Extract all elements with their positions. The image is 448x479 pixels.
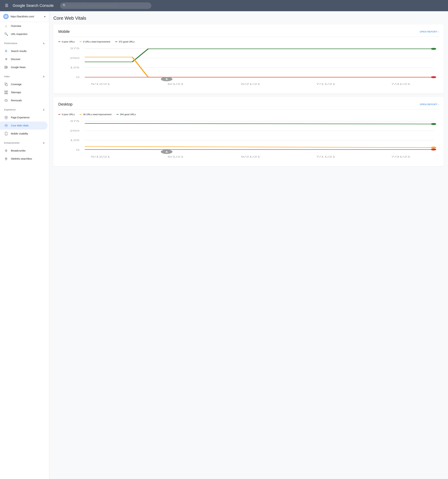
- url-search-wrapper: 🔍: [60, 2, 151, 9]
- svg-text:0: 0: [76, 149, 79, 151]
- svg-text:7/31/21: 7/31/21: [391, 83, 410, 85]
- sidebar-item-label-mobile-usability: Mobile Usability: [11, 132, 28, 135]
- sidebar-item-label-overview: Overview: [11, 25, 21, 27]
- svg-text:6/21/21: 6/21/21: [241, 83, 260, 85]
- svg-rect-6: [6, 84, 7, 86]
- svg-text:6/1/21: 6/1/21: [167, 83, 184, 85]
- svg-point-52: [431, 149, 436, 151]
- desktop-legend-dot-good: [116, 114, 119, 115]
- desktop-legend-needs-improvement: 36 URLs need improvement: [80, 113, 112, 116]
- svg-rect-8: [7, 91, 8, 92]
- sidebar-item-label-coverage: Coverage: [11, 83, 22, 86]
- svg-text:5/12/21: 5/12/21: [91, 156, 110, 158]
- removals-icon: [4, 99, 8, 102]
- mobile-chart: 375 250 125 0 5/12/21 6/1/21 6/21/21 7/1…: [58, 47, 439, 89]
- sidebar-item-core-web-vitals[interactable]: Core Web Vitals: [0, 121, 47, 130]
- sidebar-item-label-sitelinks-searchbox: Sitelinks searchbox: [11, 157, 32, 160]
- mobile-legend-needs-improvement: 0 URLs need improvement: [80, 40, 110, 43]
- svg-point-33: [431, 76, 436, 78]
- desktop-chart-svg: 375 250 125 0 5/12/21 6/1/21 6/21/21 7/1…: [58, 119, 439, 161]
- section-header-performance: Performance ∧: [4, 41, 45, 46]
- url-search-input[interactable]: [60, 2, 151, 9]
- page-title: Core Web Vitals: [53, 15, 444, 21]
- svg-point-16: [6, 117, 7, 118]
- legend-dot-poor: [58, 41, 60, 42]
- sidebar-item-label-search-results: Search results: [11, 50, 27, 53]
- sidebar-item-label-removals: Removals: [11, 99, 22, 102]
- property-chevron-icon: ▾: [44, 15, 46, 18]
- legend-dot-needs-improvement: [80, 41, 82, 42]
- sidebar-item-page-experience[interactable]: Page Experience: [0, 113, 47, 121]
- desktop-legend: 0 poor URLs 36 URLs need improvement 344…: [58, 113, 439, 116]
- sidebar-item-coverage[interactable]: Coverage: [0, 80, 47, 88]
- sidebar-item-label-breadcrumbs: Breadcrumbs: [11, 149, 26, 152]
- nav-section-enhancements: Enhancements ∧: [0, 138, 49, 146]
- sidebar-item-sitemaps[interactable]: Sitemaps: [0, 88, 47, 96]
- section-header-experience: Experience ∧: [4, 107, 45, 113]
- legend-dot-good: [115, 41, 117, 42]
- svg-rect-7: [5, 91, 6, 92]
- sidebar-item-overview[interactable]: ⌂ Overview: [0, 22, 47, 30]
- mobile-legend-good: 372 good URLs: [115, 40, 134, 43]
- property-selector[interactable]: https://backlinko.com/ ▾: [0, 11, 49, 22]
- sidebar-item-search-results[interactable]: G Search results: [0, 47, 47, 55]
- search-icon: 🔍: [4, 32, 8, 36]
- sidebar-item-google-news[interactable]: Google News: [0, 63, 47, 71]
- desktop-open-report-button[interactable]: OPEN REPORT ›: [420, 103, 439, 106]
- sidebar-item-discover[interactable]: ✳ Discover: [0, 55, 47, 63]
- sidebar-item-breadcrumbs[interactable]: Breadcrumbs: [0, 146, 47, 155]
- nav-section-performance: Performance ∧: [0, 38, 49, 47]
- svg-text:7/11/21: 7/11/21: [316, 83, 335, 85]
- sidebar-item-label-sitemaps: Sitemaps: [11, 91, 21, 94]
- sidebar-item-sitelinks-searchbox[interactable]: Sitelinks searchbox: [0, 155, 47, 163]
- main-layout: https://backlinko.com/ ▾ ⌂ Overview 🔍 UR…: [0, 11, 448, 479]
- svg-point-50: [431, 123, 436, 125]
- property-icon-inner: [5, 15, 7, 18]
- desktop-legend-good: 344 good URLs: [116, 113, 136, 116]
- svg-text:125: 125: [70, 139, 79, 141]
- sitemaps-icon: [4, 90, 8, 94]
- mobile-legend-poor: 0 poor URLs: [58, 40, 75, 43]
- section-title-performance: Performance: [4, 42, 17, 45]
- desktop-card-title: Desktop: [58, 102, 73, 106]
- chevron-right-icon: ›: [438, 30, 439, 33]
- section-chevron-enhancements[interactable]: ∧: [43, 141, 45, 145]
- sitelinks-icon: [4, 157, 8, 161]
- app-header: ☰ Google Search Console 🔍: [0, 0, 448, 11]
- sidebar-item-mobile-usability[interactable]: Mobile Usability: [0, 130, 47, 138]
- section-title-index: Index: [4, 75, 10, 78]
- svg-text:6/21/21: 6/21/21: [241, 156, 260, 158]
- svg-text:125: 125: [70, 66, 79, 69]
- home-icon: ⌂: [4, 24, 8, 28]
- app-logo: Google Search Console: [13, 3, 54, 8]
- sidebar-item-url-inspection[interactable]: 🔍 URL inspection: [0, 30, 47, 38]
- nav-section-experience: Experience ∧: [0, 105, 49, 113]
- mobile-icon: [4, 132, 8, 136]
- google-g-icon: G: [4, 49, 8, 53]
- desktop-card: Desktop OPEN REPORT › 0 poor URLs 36 URL…: [53, 97, 444, 166]
- svg-text:0: 0: [76, 76, 79, 78]
- desktop-chart: 375 250 125 0 5/12/21 6/1/21 6/21/21 7/1…: [58, 119, 439, 161]
- sidebar-item-removals[interactable]: Removals: [0, 96, 47, 105]
- property-icon: [4, 14, 8, 19]
- nav-section-index: Index ∧: [0, 71, 49, 80]
- desktop-legend-dot-poor: [58, 114, 60, 115]
- app-logo-text: Google Search Console: [13, 3, 54, 8]
- sidebar-item-label-google-news: Google News: [11, 66, 26, 69]
- sidebar-item-label-core-web-vitals: Core Web Vitals: [11, 124, 29, 127]
- mobile-open-report-button[interactable]: OPEN REPORT ›: [420, 30, 439, 33]
- svg-point-19: [6, 134, 6, 135]
- svg-rect-1: [7, 67, 7, 68]
- section-title-experience: Experience: [4, 108, 16, 111]
- section-chevron-experience[interactable]: ∧: [43, 108, 45, 111]
- news-icon: [4, 65, 8, 69]
- mobile-card-header: Mobile OPEN REPORT ›: [58, 29, 439, 37]
- main-content: Core Web Vitals Mobile OPEN REPORT › 0 p…: [49, 11, 448, 479]
- chevron-right-icon-desktop: ›: [438, 103, 439, 106]
- svg-text:1: 1: [165, 78, 168, 80]
- hamburger-menu-icon[interactable]: ☰: [4, 2, 10, 9]
- section-chevron-index[interactable]: ∧: [43, 75, 45, 78]
- svg-text:375: 375: [70, 47, 79, 50]
- svg-text:250: 250: [70, 57, 79, 59]
- section-chevron-performance[interactable]: ∧: [43, 42, 45, 45]
